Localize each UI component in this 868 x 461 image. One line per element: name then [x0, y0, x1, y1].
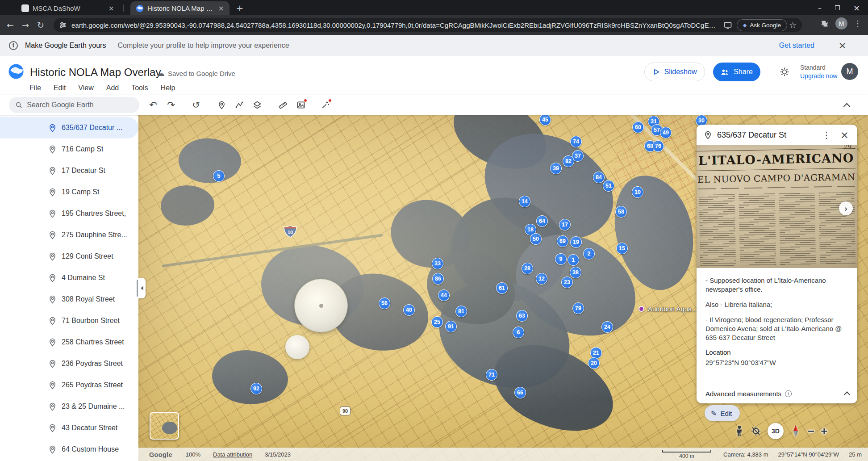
map-marker-20[interactable]: 20	[588, 357, 600, 369]
menu-help[interactable]: Help	[161, 84, 175, 92]
edit-button[interactable]: ✎ Edit	[705, 405, 740, 421]
redo-button[interactable]: ↷	[163, 97, 179, 113]
map-marker-15[interactable]: 15	[616, 243, 628, 254]
map-marker-33[interactable]: 33	[432, 258, 443, 269]
my-location-button[interactable]	[751, 426, 761, 436]
map-marker-51[interactable]: 51	[603, 180, 614, 192]
sidebar-item[interactable]: 17 Decatur St	[0, 160, 138, 181]
map-marker-56[interactable]: 56	[379, 298, 390, 309]
map-marker-5[interactable]: 5	[213, 170, 225, 182]
extensions-icon[interactable]	[820, 19, 829, 28]
map-marker-91[interactable]: 91	[445, 321, 457, 332]
map-marker-40[interactable]: 40	[403, 304, 415, 316]
address-bar[interactable]: earth.google.com/web/@29.95390043,-90.07…	[54, 18, 802, 32]
minimize-icon[interactable]: –	[818, 4, 822, 12]
map-marker-50[interactable]: 50	[530, 233, 542, 245]
sidebar-item[interactable]: 19 Camp St	[0, 181, 138, 203]
panel-close-icon[interactable]: ×	[838, 129, 851, 141]
map-marker-92[interactable]: 92	[250, 383, 262, 394]
map-marker-10[interactable]: 10	[632, 186, 643, 198]
map-marker-86[interactable]: 86	[432, 273, 444, 285]
sidebar-item[interactable]: 43 Decatur Street	[0, 417, 138, 439]
place-photo[interactable]: 29 L'ITALO-AMERICANO EL NUOVO CAMPO D'AG…	[697, 145, 857, 268]
get-started-link[interactable]: Get started	[779, 42, 814, 50]
map-marker-64[interactable]: 64	[536, 215, 548, 227]
measure-button[interactable]	[275, 97, 291, 113]
zoom-in-button[interactable]: +	[821, 424, 827, 438]
layers-button[interactable]	[249, 97, 265, 113]
cast-icon[interactable]	[723, 21, 732, 29]
undo-button[interactable]: ↶	[145, 97, 161, 113]
share-button[interactable]: Share	[713, 63, 760, 81]
map-marker-74[interactable]: 74	[570, 136, 582, 147]
map-marker-69[interactable]: 69	[557, 235, 568, 247]
refresh-icon[interactable]: ↻	[33, 17, 48, 33]
browser-tab-active[interactable]: Historic NOLA Map Overlay - G... ×	[130, 1, 230, 15]
settings-button[interactable]	[777, 64, 792, 80]
sidebar-resize-handle[interactable]	[137, 280, 138, 297]
sidebar-item[interactable]: 275 Dauphine Stre...	[0, 224, 138, 246]
sidebar-collapse-button[interactable]	[138, 278, 146, 298]
map-marker-71[interactable]: 71	[486, 369, 497, 381]
account-avatar[interactable]: M	[841, 63, 858, 80]
map-marker-38[interactable]: 38	[570, 267, 581, 278]
map-marker-2[interactable]: 2	[583, 248, 595, 260]
window-close-icon[interactable]: ×	[853, 3, 860, 13]
sidebar-item[interactable]: 236 Poydras Street	[0, 353, 138, 374]
tab-close-icon[interactable]: ×	[217, 4, 225, 13]
map-marker-14[interactable]: 14	[519, 196, 530, 207]
map-marker-44[interactable]: 44	[438, 289, 450, 301]
map-marker-58[interactable]: 58	[615, 206, 627, 218]
map-marker-81[interactable]: 81	[455, 306, 467, 317]
bookmark-star-icon[interactable]: ☆	[789, 20, 797, 30]
menu-add[interactable]: Add	[106, 84, 119, 92]
data-attribution-link[interactable]: Data attribution	[213, 451, 252, 458]
map-marker-1[interactable]: 1	[568, 254, 579, 266]
sidebar-item[interactable]: 23 & 25 Dumaine ...	[0, 396, 138, 417]
sidebar-item[interactable]: 71 Bourbon Street	[0, 310, 138, 331]
map-marker-60[interactable]: 60	[632, 122, 644, 133]
map-marker-63[interactable]: 63	[516, 310, 528, 322]
map-marker-17[interactable]: 17	[559, 219, 571, 230]
map-marker-24[interactable]: 24	[601, 321, 613, 333]
search-box[interactable]	[9, 97, 139, 113]
path-button[interactable]	[231, 97, 247, 113]
placemark-button[interactable]	[213, 97, 230, 113]
panel-menu-icon[interactable]: ⋮	[820, 130, 833, 140]
sidebar-item[interactable]: 265 Poydras Street	[0, 374, 138, 396]
imagery-button[interactable]	[293, 97, 309, 113]
slideshow-button[interactable]: Slideshow	[644, 63, 705, 81]
overview-inset-map[interactable]	[150, 412, 179, 440]
compass[interactable]	[790, 424, 801, 438]
pegman-button[interactable]	[734, 425, 744, 437]
map-marker-82[interactable]: 82	[563, 155, 574, 167]
menu-view[interactable]: View	[78, 84, 93, 92]
sidebar-item[interactable]: 308 Royal Street	[0, 289, 138, 310]
notification-close-icon[interactable]: ×	[839, 40, 847, 51]
sidebar-item[interactable]: 716 Camp St	[0, 138, 138, 160]
map-marker-23[interactable]: 23	[561, 277, 573, 288]
map-marker-19[interactable]: 19	[570, 236, 582, 248]
sidebar-item[interactable]: 4 Dumaine St	[0, 267, 138, 289]
toolbar-collapse-button[interactable]	[839, 97, 855, 113]
sidebar-item[interactable]: 635/637 Decatur ...	[0, 117, 138, 138]
tab-close-icon[interactable]: ×	[108, 4, 115, 13]
map-marker-45[interactable]: 45	[539, 114, 551, 126]
map-marker-49[interactable]: 49	[660, 127, 672, 138]
map-marker-39[interactable]: 39	[550, 163, 562, 174]
ask-google-button[interactable]: ◆ Ask Google	[737, 19, 787, 31]
search-input[interactable]	[27, 101, 133, 109]
menu-edit[interactable]: Edit	[54, 84, 66, 92]
map-marker-66[interactable]: 66	[514, 387, 526, 398]
maximize-icon[interactable]	[835, 5, 840, 10]
sidebar-item[interactable]: 258 Chartres Street	[0, 331, 138, 353]
browser-profile-avatar[interactable]: M	[835, 17, 847, 29]
back-icon[interactable]: ←	[3, 17, 18, 33]
map-marker-79[interactable]: 79	[572, 302, 584, 314]
new-tab-button[interactable]: +	[234, 2, 246, 14]
menu-tools[interactable]: Tools	[131, 84, 148, 92]
sidebar-item[interactable]: 64 Custom House	[0, 439, 138, 460]
map-marker-6[interactable]: 6	[513, 327, 524, 338]
browser-tab-msca[interactable]: MSCA DaShoW ×	[16, 1, 120, 15]
browser-menu-icon[interactable]: ⋮	[850, 19, 865, 28]
